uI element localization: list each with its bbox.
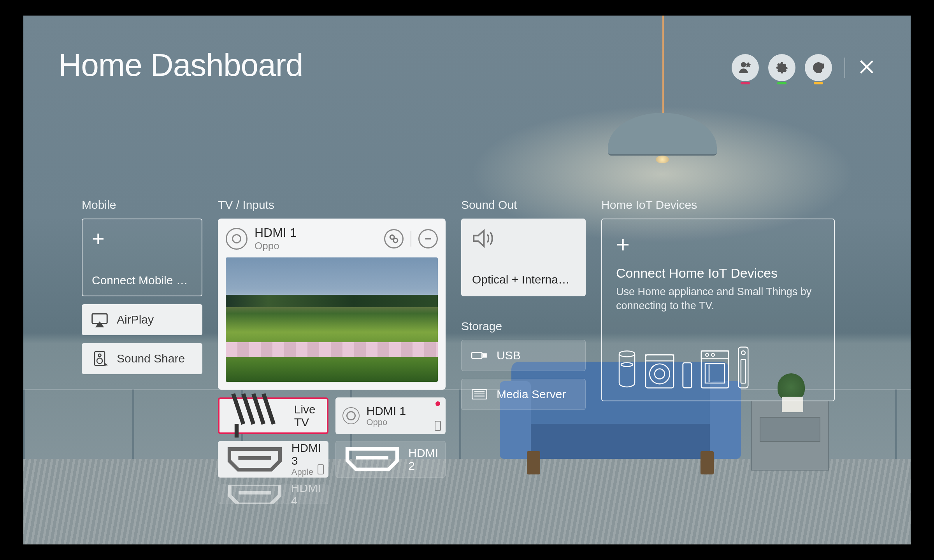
svg-rect-20 [683, 363, 692, 388]
usb-tile[interactable]: USB [461, 340, 586, 371]
header-divider [844, 58, 845, 78]
input-text: HDMI 3 Apple [291, 441, 321, 477]
home-dashboard-screen: Home Dashboard Mobile [23, 16, 911, 544]
input-text: HDMI 1 Oppo [367, 404, 406, 427]
column-sound-storage: Sound Out Optical + Interna… Storage USB [461, 198, 586, 418]
disc-icon [342, 407, 360, 424]
speaker-icon [472, 229, 495, 248]
header-actions [732, 54, 876, 81]
svg-point-14 [619, 351, 635, 357]
airplay-label: AirPlay [117, 313, 154, 326]
remove-button[interactable] [418, 229, 438, 248]
dashboard-columns: Mobile + Connect Mobile … AirPlay ✱ [82, 198, 872, 544]
connect-iot-tile[interactable]: + Connect Home IoT Devices Use Home appl… [601, 219, 835, 401]
preview-thumbnail [226, 257, 438, 382]
input-tile-live-tv[interactable]: Live TV [218, 397, 328, 434]
column-mobile: Mobile + Connect Mobile … AirPlay ✱ [82, 198, 202, 382]
account-star-icon [738, 61, 752, 75]
decor-lamp-bulb [656, 156, 669, 163]
svg-text:✱: ✱ [104, 362, 108, 366]
sound-out-tile[interactable]: Optical + Interna… [461, 219, 586, 296]
iot-device-illustrations [616, 346, 820, 389]
input-title: HDMI 4 [291, 485, 321, 504]
svg-rect-9 [472, 352, 482, 358]
disc-icon [226, 228, 248, 250]
preview-titles: HDMI 1 Oppo [255, 226, 377, 252]
refresh-icon [811, 61, 825, 75]
svg-rect-29 [741, 359, 746, 383]
svg-point-15 [621, 363, 633, 367]
sound-share-tile[interactable]: ✱ Sound Share [82, 343, 202, 374]
svg-rect-11 [483, 355, 484, 356]
sound-output-label: Optical + Interna… [472, 273, 575, 286]
account-button[interactable] [732, 54, 759, 81]
svg-point-7 [393, 238, 398, 243]
hdmi-icon [225, 444, 284, 474]
active-input-preview[interactable]: HDMI 1 Oppo [218, 219, 446, 390]
airplay-tile[interactable]: AirPlay [82, 304, 202, 335]
svg-rect-17 [646, 355, 674, 361]
antenna-icon [226, 390, 287, 441]
input-title: Live TV [294, 403, 320, 429]
settings-button[interactable] [768, 54, 795, 81]
svg-point-18 [650, 364, 669, 384]
column-tv-inputs: TV / Inputs HDMI 1 Oppo [218, 198, 446, 504]
mobile-label: Mobile [82, 198, 202, 212]
input-subtitle: Oppo [367, 417, 406, 427]
input-tile-hdmi-3[interactable]: HDMI 3 Apple [218, 441, 328, 478]
close-button[interactable] [858, 58, 876, 77]
svg-point-19 [655, 369, 665, 379]
divider [411, 231, 411, 247]
iot-card-title: Connect Home IoT Devices [616, 266, 820, 281]
remote-icon [435, 421, 441, 431]
preview-title: HDMI 1 [255, 226, 377, 240]
media-server-tile[interactable]: Media Server [461, 379, 586, 410]
svg-rect-12 [485, 355, 486, 356]
input-grid: Live TV HDMI 1 Oppo HDMI [218, 397, 446, 504]
page-title: Home Dashboard [58, 47, 303, 83]
airplay-icon [91, 312, 108, 327]
storage-label: Storage [461, 320, 586, 333]
svg-point-3 [98, 354, 101, 357]
remote-tall-icon [737, 346, 750, 389]
tv-label: TV / Inputs [218, 198, 446, 212]
svg-point-23 [706, 354, 709, 357]
usb-label: USB [497, 349, 521, 362]
input-tile-hdmi-1[interactable]: HDMI 1 Oppo [335, 397, 446, 434]
svg-rect-27 [739, 347, 748, 388]
plus-icon: + [616, 231, 820, 258]
hdmi-icon [225, 485, 284, 504]
plus-icon: + [92, 228, 105, 250]
svg-rect-25 [705, 364, 725, 383]
preview-header: HDMI 1 Oppo [226, 226, 438, 252]
header: Home Dashboard [58, 47, 876, 83]
input-subtitle: Apple [291, 467, 321, 477]
media-server-label: Media Server [497, 388, 566, 401]
refresh-button[interactable] [805, 54, 832, 81]
svg-point-28 [741, 351, 745, 355]
svg-point-24 [711, 354, 715, 357]
remote-icon [318, 464, 324, 474]
sound-out-label: Sound Out [461, 198, 586, 212]
close-icon [858, 58, 876, 76]
washer-icon [644, 354, 675, 389]
hdmi-icon [343, 444, 402, 474]
oven-icon [699, 350, 730, 389]
smart-speaker-icon [616, 350, 638, 389]
input-title: HDMI 2 [408, 446, 438, 472]
input-tile-hdmi-2[interactable]: HDMI 2 [335, 441, 446, 478]
preview-buttons [384, 229, 438, 248]
decor-lamp-shade [608, 113, 717, 156]
iot-card-desc: Use Home appliance and Small Things by c… [616, 285, 820, 313]
link-icon [389, 234, 399, 244]
input-tile-hdmi-4[interactable]: HDMI 4 [218, 485, 328, 504]
sound-share-label: Sound Share [117, 352, 185, 365]
phone-icon [681, 362, 693, 389]
preview-subtitle: Oppo [255, 240, 377, 252]
connect-mobile-tile[interactable]: + Connect Mobile … [82, 219, 202, 296]
svg-point-0 [741, 63, 746, 67]
connection-button[interactable] [384, 229, 404, 248]
gear-icon [775, 61, 789, 75]
svg-point-4 [97, 358, 102, 364]
sound-share-icon: ✱ [91, 351, 108, 366]
